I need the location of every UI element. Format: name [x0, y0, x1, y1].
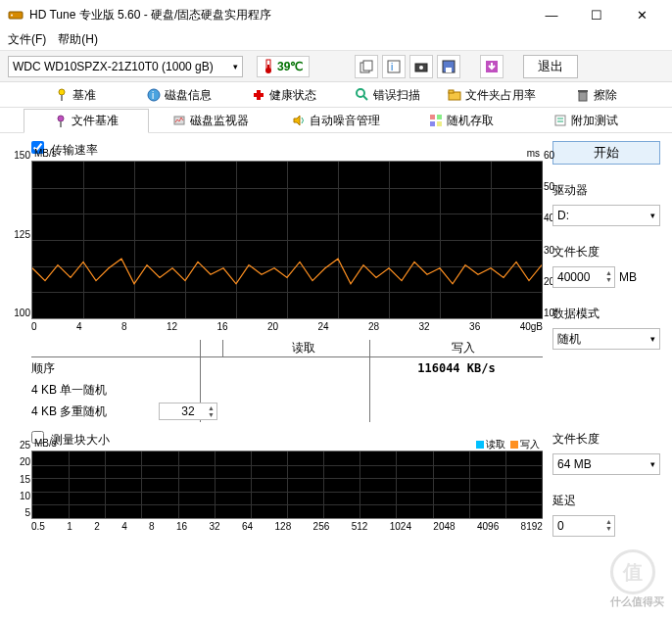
side-panel: 开始 驱动器 D: 文件长度 40000▲▼ MB 数据模式 随机 — [543, 141, 660, 419]
temperature-display: 39℃ — [257, 56, 310, 77]
sequential-row: 顺序 116044 KB/s — [31, 357, 543, 379]
svg-rect-27 — [60, 121, 62, 127]
delay-value: 0 — [557, 519, 564, 533]
data-mode-select[interactable]: 随机 — [552, 328, 660, 350]
save-button[interactable] — [437, 55, 460, 78]
file-length-2-select[interactable]: 64 MB — [552, 453, 660, 475]
tab-label: 文件夹占用率 — [465, 87, 536, 104]
4k-multi-row: 4 KB 多重随机 32▲▼ — [31, 401, 543, 422]
tab-label: 磁盘信息 — [165, 87, 212, 104]
copy-text-button[interactable] — [355, 55, 378, 78]
tab-erase[interactable]: 擦除 — [545, 82, 648, 107]
blocksize-chart: MB/s 读取 写入 252015105 — [31, 451, 543, 519]
queue-depth-value: 32 — [181, 404, 194, 418]
svg-rect-15 — [61, 95, 63, 101]
svg-rect-12 — [446, 68, 452, 72]
menubar: 文件(F) 帮助(H) — [0, 29, 672, 51]
x-axis: 0481216202428323640gB — [31, 321, 543, 332]
tab-aam[interactable]: 自动噪音管理 — [273, 108, 399, 132]
minimize-button[interactable]: — — [529, 0, 574, 29]
tab-label: 自动噪音管理 — [310, 113, 380, 129]
titlebar: HD Tune 专业版 5.60 - 硬盘/固态硬盘实用程序 — ☐ ✕ — [0, 0, 672, 29]
file-length-input[interactable]: 40000▲▼ — [552, 266, 615, 288]
y-axis-left: 150125100 — [11, 150, 30, 318]
tab-random-access[interactable]: 随机存取 — [399, 108, 524, 132]
svg-rect-33 — [437, 121, 442, 126]
driver-select[interactable]: D: — [552, 205, 660, 226]
svg-line-21 — [363, 96, 367, 100]
delay-input[interactable]: 0▲▼ — [552, 515, 615, 537]
svg-point-26 — [58, 116, 64, 121]
svg-point-1 — [11, 15, 13, 17]
svg-rect-25 — [578, 90, 588, 92]
temperature-value: 39℃ — [277, 60, 303, 73]
tab-disk-monitor[interactable]: 磁盘监视器 — [149, 108, 274, 132]
tab-label: 错误扫描 — [373, 87, 420, 104]
svg-rect-34 — [555, 116, 565, 125]
tab-folder-usage[interactable]: 文件夹占用率 — [440, 82, 544, 107]
svg-rect-23 — [449, 90, 454, 93]
read-header: 读取 — [223, 340, 383, 356]
screenshot-button[interactable] — [409, 55, 433, 78]
tabs-row-2: 文件基准 磁盘监视器 自动噪音管理 随机存取 附加测试 — [0, 108, 672, 133]
start-button[interactable]: 开始 — [552, 141, 660, 165]
results-table-header: 读取 写入 — [31, 340, 543, 357]
svg-text:i: i — [152, 90, 154, 101]
tab-disk-info[interactable]: i磁盘信息 — [127, 82, 231, 107]
file-length-value: 40000 — [557, 270, 590, 284]
tab-error-scan[interactable]: 错误扫描 — [336, 82, 440, 107]
svg-point-10 — [419, 66, 423, 70]
chart2-legend: 读取 写入 — [474, 438, 540, 451]
y-axis-left-2: 252015105 — [11, 440, 30, 518]
svg-rect-19 — [254, 93, 264, 97]
side-panel-2: 文件长度 64 MB 延迟 0▲▼ — [543, 431, 660, 537]
svg-rect-24 — [579, 92, 587, 101]
close-button[interactable]: ✕ — [619, 0, 664, 29]
svg-point-20 — [357, 89, 364, 97]
tab-health[interactable]: 健康状态 — [232, 82, 336, 107]
transfer-rate-label: 传输速率 — [51, 143, 98, 157]
menu-file[interactable]: 文件(F) — [8, 31, 46, 48]
blocksize-chart-pane: 测量块大小 MB/s 读取 写入 252015105 0.51248163264… — [12, 431, 543, 537]
app-icon — [8, 7, 24, 23]
data-mode-label: 数据模式 — [552, 306, 660, 322]
legend-read: 读取 — [486, 439, 505, 450]
window-title: HD Tune 专业版 5.60 - 硬盘/固态硬盘实用程序 — [29, 7, 529, 24]
4k-single-label: 4 KB 单一随机 — [31, 382, 198, 399]
watermark: 值 什么值得买 — [610, 549, 664, 609]
legend-write: 写入 — [520, 439, 540, 450]
file-length-unit: MB — [619, 270, 637, 284]
drive-select-value: WDC WD10SPZX-21Z10T0 (1000 gB) — [13, 60, 214, 73]
maximize-button[interactable]: ☐ — [574, 0, 619, 29]
tab-label: 健康状态 — [269, 87, 316, 104]
tab-label: 随机存取 — [447, 113, 494, 129]
transfer-chart-pane: 传输速率 MB/s ms 150125100 605040302010 0481… — [12, 141, 543, 419]
tab-label: 基准 — [72, 87, 96, 104]
data-mode-value: 随机 — [557, 331, 581, 348]
tab-label: 附加测试 — [571, 113, 618, 129]
svg-rect-7 — [388, 61, 400, 72]
tab-label: 擦除 — [594, 87, 617, 104]
tab-file-benchmark[interactable]: 文件基准 — [24, 109, 149, 133]
queue-depth-input[interactable]: 32▲▼ — [159, 403, 217, 420]
file-length-2-label: 文件长度 — [552, 431, 660, 448]
svg-rect-32 — [430, 121, 435, 126]
tab-label: 文件基准 — [72, 113, 119, 129]
copy-info-button[interactable]: i — [382, 55, 406, 78]
options-button[interactable] — [480, 55, 504, 78]
x-axis-2: 0.512481632641282565121024204840968192 — [31, 521, 543, 532]
transfer-chart: MB/s ms 150125100 605040302010 — [31, 161, 543, 319]
drive-select[interactable]: WDC WD10SPZX-21Z10T0 (1000 gB) — [8, 56, 243, 77]
tab-extra-tests[interactable]: 附加测试 — [523, 108, 648, 132]
menu-help[interactable]: 帮助(H) — [58, 31, 98, 48]
svg-rect-6 — [363, 61, 372, 71]
delay-label: 延迟 — [552, 493, 660, 509]
file-length-label: 文件长度 — [552, 244, 660, 261]
svg-text:i: i — [391, 62, 393, 72]
driver-label: 驱动器 — [552, 182, 660, 199]
svg-rect-4 — [267, 65, 269, 70]
sequential-write-value: 116044 KB/s — [370, 361, 543, 375]
driver-value: D: — [557, 209, 569, 222]
exit-button[interactable]: 退出 — [523, 55, 578, 78]
tab-benchmark[interactable]: 基准 — [24, 82, 127, 107]
